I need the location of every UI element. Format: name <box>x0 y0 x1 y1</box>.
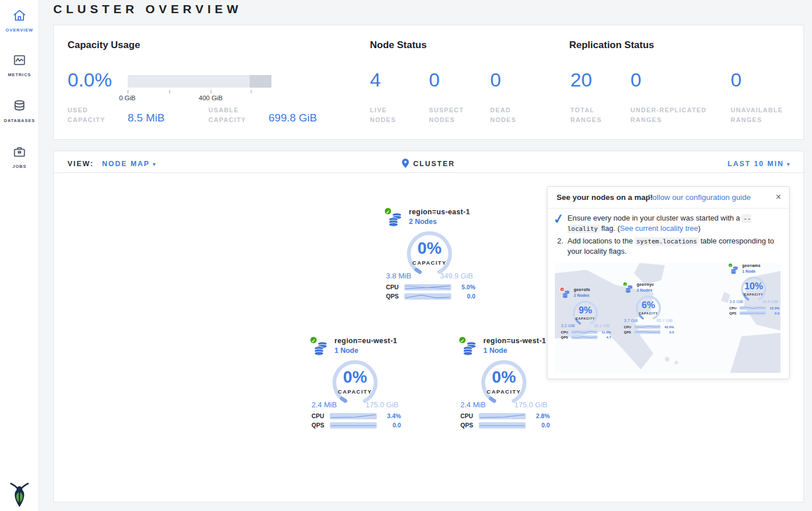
nodes-link[interactable]: 2 Nodes <box>409 218 437 226</box>
total-ranges-label: TOTAL RANGES <box>570 105 602 125</box>
close-icon[interactable]: × <box>776 192 781 202</box>
sidebar-item-metrics[interactable]: METRICS <box>0 53 39 77</box>
qps-value: 0.0 <box>766 311 779 315</box>
dead-nodes-value: 0 <box>490 69 501 91</box>
node-group-geo-ams: ✓ geo=ams 1 Node 10% CAPACITY 3.6 GiB <box>726 263 781 316</box>
qps-sparkline <box>330 422 377 429</box>
capacity-gauge: 0% CAPACITY <box>401 230 458 277</box>
capacity-percent: 9% <box>569 305 601 315</box>
healthy-badge-icon: ✓ <box>309 336 318 344</box>
live-nodes-value: 4 <box>370 69 381 91</box>
chevron-down-icon[interactable]: ▾ <box>787 161 790 167</box>
sidebar-item-jobs[interactable]: JOBS <box>0 144 39 169</box>
replication-status-title: Replication Status <box>569 40 654 51</box>
databases-icon <box>12 105 27 115</box>
suspect-nodes-label: SUSPECT NODES <box>429 105 464 125</box>
page-title: CLUSTER OVERVIEW <box>53 2 242 16</box>
capacity-percent: 0% <box>326 368 384 387</box>
error-badge-icon: ! <box>559 287 564 292</box>
total-ranges-value: 20 <box>570 69 592 91</box>
qps-label: QPS <box>312 422 330 429</box>
example-node-map-image: ! geo=sfo 2 Nodes 9% CAPACITY 3.2 GiB <box>555 263 781 373</box>
step-text: ) <box>698 224 700 233</box>
healthy-badge-icon: ✓ <box>384 207 392 215</box>
total-value: 34.4 GiB <box>762 299 778 304</box>
qps-sparkline <box>740 311 766 315</box>
region-label: geo=nyc <box>637 282 681 287</box>
total-value: 175.0 GiB <box>365 400 399 409</box>
step-1: ✓ Ensure every node in your cluster was … <box>557 213 782 234</box>
capacity-bar-reserved <box>250 75 271 88</box>
database-stack-icon <box>387 219 403 229</box>
healthy-badge-icon: ✓ <box>622 282 627 286</box>
nodes-link[interactable]: 1 Node <box>483 347 507 355</box>
cpu-label: CPU <box>460 412 479 419</box>
popup-body: ✓ Ensure every node in your cluster was … <box>557 213 782 259</box>
capacity-caption: CAPACITY <box>401 260 458 266</box>
used-value: 2.4 MiB <box>312 400 337 409</box>
axis-tick-label: 0 GiB <box>119 95 136 101</box>
nodes-link[interactable]: 1 Node <box>334 347 358 355</box>
cpu-sparkline <box>634 325 661 328</box>
database-stack-icon <box>462 348 478 358</box>
sidebar-item-databases[interactable]: DATABASES <box>0 99 39 123</box>
healthy-badge-icon: ✓ <box>458 336 467 344</box>
used-value: 3.6 GiB <box>730 299 743 304</box>
configuration-guide-link[interactable]: Follow our configuration guide <box>648 193 751 202</box>
qps-value: 4.7 <box>597 335 611 339</box>
step-number: 2. <box>557 236 563 246</box>
total-value: 35.1 GiB <box>593 323 609 328</box>
qps-label: QPS <box>386 293 404 300</box>
map-toolbar: VIEW: NODE MAP▾ CLUSTER LAST 10 MIN▾ <box>54 151 803 173</box>
live-nodes-label: LIVE NODES <box>370 105 396 125</box>
cpu-label: CPU <box>561 330 571 334</box>
qps-sparkline <box>479 422 526 429</box>
node-group-geo-sfo: ! geo=sfo 2 Nodes 9% CAPACITY 3.2 GiB <box>558 287 613 340</box>
capacity-percent: 0% <box>475 368 533 387</box>
qps-sparkline <box>404 293 451 300</box>
cpu-value: 11.0% <box>597 330 611 334</box>
region-label: region=eu-west-1 <box>334 337 415 345</box>
nodes-link: 2 Nodes <box>574 293 589 298</box>
axis-tick <box>170 90 170 93</box>
cpu-value: 2.8% <box>526 412 550 419</box>
capacity-gauge: 10% CAPACITY <box>738 276 770 302</box>
sidebar-item-label: DATABASES <box>0 118 39 123</box>
locality-tree-link[interactable]: See current locality tree <box>620 224 699 233</box>
node-group-eu-west-1: ✓ region=eu-west-1 1 Node 0% <box>306 336 404 431</box>
axis-tick <box>128 90 128 93</box>
healthy-badge-icon: ✓ <box>728 263 732 268</box>
qps-sparkline <box>571 335 598 339</box>
capacity-percent: 10% <box>738 281 770 291</box>
used-value: 2.4 MiB <box>460 400 486 409</box>
jobs-icon <box>12 151 27 161</box>
database-stack-icon <box>562 294 571 300</box>
cockroachdb-logo-icon <box>7 481 31 511</box>
qps-label: QPS <box>561 335 571 339</box>
cpu-sparkline <box>479 413 526 419</box>
database-stack-icon <box>625 289 634 294</box>
summary-panel: Capacity Usage 0.0% 0 GiB 400 GiB USED C… <box>53 25 804 140</box>
popup-header: See your nodes on a map! Follow our conf… <box>547 187 789 209</box>
qps-sparkline <box>634 330 661 333</box>
used-value: 3.8 MiB <box>386 272 411 280</box>
sidebar-item-label: OVERVIEW <box>0 27 39 33</box>
qps-label: QPS <box>624 330 634 334</box>
total-value: 175.0 GiB <box>514 400 547 409</box>
qps-label: QPS <box>460 422 479 429</box>
capacity-gauge: 6% CAPACITY <box>632 294 664 321</box>
breadcrumb[interactable]: CLUSTER <box>413 160 455 168</box>
sidebar-item-overview[interactable]: OVERVIEW <box>0 8 39 33</box>
node-group-us-east-1: ✓ region=us-east-1 2 Nodes 0 <box>380 207 479 302</box>
qps-value: 0.0 <box>377 422 401 429</box>
capacity-caption: CAPACITY <box>475 388 533 395</box>
qps-label: QPS <box>730 311 740 315</box>
cpu-sparkline <box>404 284 451 290</box>
time-range-selector[interactable]: LAST 10 MIN <box>728 160 784 168</box>
cpu-value: 42.6% <box>660 325 674 329</box>
cpu-sparkline <box>740 306 766 309</box>
nodes-link: 2 Nodes <box>637 288 652 293</box>
total-value: 349.9 GiB <box>440 272 473 280</box>
qps-value: 0.0 <box>526 422 550 429</box>
used-capacity-label: USED CAPACITY <box>68 105 105 125</box>
